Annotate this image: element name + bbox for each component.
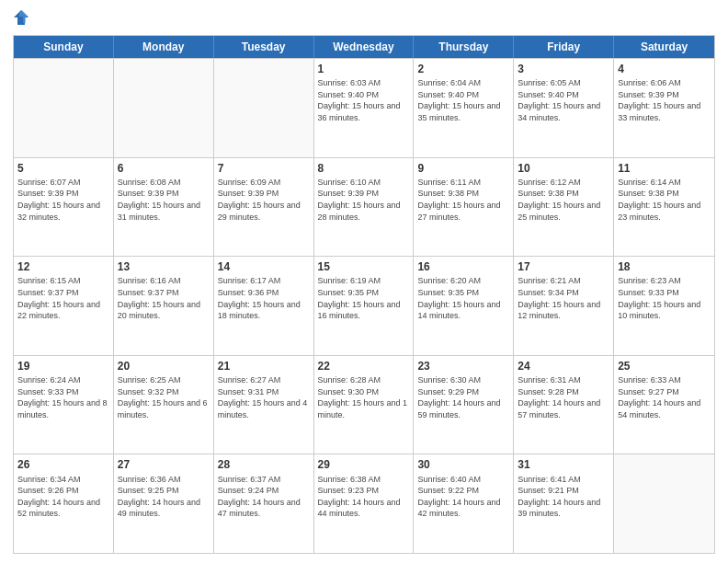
day-number: 1 (318, 62, 410, 76)
calendar-cell: 8Sunrise: 6:10 AM Sunset: 9:39 PM Daylig… (314, 158, 415, 257)
calendar-cell: 19Sunrise: 6:24 AM Sunset: 9:33 PM Dayli… (14, 356, 114, 454)
calendar-cell: 18Sunrise: 6:23 AM Sunset: 9:33 PM Dayli… (614, 257, 714, 355)
calendar-cell: 9Sunrise: 6:11 AM Sunset: 9:38 PM Daylig… (414, 158, 514, 257)
calendar-header-monday: Monday (114, 36, 214, 58)
calendar-cell (214, 59, 314, 157)
calendar-header-row: SundayMondayTuesdayWednesdayThursdayFrid… (14, 36, 714, 58)
page: SundayMondayTuesdayWednesdayThursdayFrid… (0, 0, 728, 563)
calendar-header-saturday: Saturday (614, 36, 714, 58)
day-number: 4 (618, 62, 711, 76)
day-info: Sunrise: 6:10 AM Sunset: 9:39 PM Dayligh… (318, 177, 410, 223)
calendar-header-wednesday: Wednesday (314, 36, 415, 58)
day-number: 12 (17, 259, 109, 274)
day-info: Sunrise: 6:16 AM Sunset: 9:37 PM Dayligh… (118, 275, 210, 321)
logo (13, 9, 31, 29)
calendar-header-friday: Friday (514, 36, 614, 58)
day-info: Sunrise: 6:20 AM Sunset: 9:35 PM Dayligh… (417, 275, 509, 321)
day-number: 19 (17, 359, 109, 373)
calendar-cell: 28Sunrise: 6:37 AM Sunset: 9:24 PM Dayli… (214, 454, 314, 553)
calendar-cell: 20Sunrise: 6:25 AM Sunset: 9:32 PM Dayli… (114, 356, 214, 454)
day-number: 29 (318, 457, 410, 472)
day-info: Sunrise: 6:25 AM Sunset: 9:32 PM Dayligh… (118, 374, 210, 420)
day-info: Sunrise: 6:33 AM Sunset: 9:27 PM Dayligh… (618, 374, 711, 420)
day-number: 16 (417, 259, 509, 274)
day-info: Sunrise: 6:19 AM Sunset: 9:35 PM Dayligh… (318, 275, 410, 321)
day-info: Sunrise: 6:09 AM Sunset: 9:39 PM Dayligh… (218, 177, 310, 223)
calendar-cell: 30Sunrise: 6:40 AM Sunset: 9:22 PM Dayli… (414, 454, 514, 553)
calendar-cell: 25Sunrise: 6:33 AM Sunset: 9:27 PM Dayli… (614, 356, 714, 454)
calendar-cell (614, 454, 714, 553)
calendar-cell: 4Sunrise: 6:06 AM Sunset: 9:39 PM Daylig… (614, 59, 714, 157)
day-info: Sunrise: 6:24 AM Sunset: 9:33 PM Dayligh… (17, 374, 109, 420)
day-number: 2 (417, 62, 509, 76)
calendar-cell: 14Sunrise: 6:17 AM Sunset: 9:36 PM Dayli… (214, 257, 314, 355)
calendar-cell: 2Sunrise: 6:04 AM Sunset: 9:40 PM Daylig… (414, 59, 514, 157)
calendar-cell: 16Sunrise: 6:20 AM Sunset: 9:35 PM Dayli… (414, 257, 514, 355)
day-info: Sunrise: 6:30 AM Sunset: 9:29 PM Dayligh… (417, 374, 509, 420)
day-number: 5 (17, 161, 109, 176)
calendar-header-sunday: Sunday (14, 36, 114, 58)
day-number: 24 (518, 359, 609, 373)
day-number: 9 (417, 161, 509, 176)
day-info: Sunrise: 6:34 AM Sunset: 9:26 PM Dayligh… (17, 474, 109, 520)
calendar-cell: 3Sunrise: 6:05 AM Sunset: 9:40 PM Daylig… (514, 59, 614, 157)
calendar-week-5: 26Sunrise: 6:34 AM Sunset: 9:26 PM Dayli… (14, 454, 714, 553)
day-info: Sunrise: 6:12 AM Sunset: 9:38 PM Dayligh… (518, 177, 609, 223)
day-info: Sunrise: 6:23 AM Sunset: 9:33 PM Dayligh… (618, 275, 711, 321)
calendar-cell: 12Sunrise: 6:15 AM Sunset: 9:37 PM Dayli… (14, 257, 114, 355)
day-number: 27 (118, 457, 210, 472)
calendar-cell: 1Sunrise: 6:03 AM Sunset: 9:40 PM Daylig… (314, 59, 415, 157)
calendar-week-1: 1Sunrise: 6:03 AM Sunset: 9:40 PM Daylig… (14, 58, 714, 157)
calendar-cell: 17Sunrise: 6:21 AM Sunset: 9:34 PM Dayli… (514, 257, 614, 355)
logo-icon (13, 9, 29, 26)
calendar-body: 1Sunrise: 6:03 AM Sunset: 9:40 PM Daylig… (14, 58, 714, 553)
day-info: Sunrise: 6:08 AM Sunset: 9:39 PM Dayligh… (118, 177, 210, 223)
day-number: 10 (518, 161, 609, 176)
day-info: Sunrise: 6:38 AM Sunset: 9:23 PM Dayligh… (318, 474, 410, 520)
calendar-cell: 31Sunrise: 6:41 AM Sunset: 9:21 PM Dayli… (514, 454, 614, 553)
day-info: Sunrise: 6:17 AM Sunset: 9:36 PM Dayligh… (218, 275, 310, 321)
calendar-cell: 23Sunrise: 6:30 AM Sunset: 9:29 PM Dayli… (414, 356, 514, 454)
day-info: Sunrise: 6:03 AM Sunset: 9:40 PM Dayligh… (318, 77, 410, 123)
day-number: 7 (218, 161, 310, 176)
day-info: Sunrise: 6:27 AM Sunset: 9:31 PM Dayligh… (218, 374, 310, 420)
day-number: 31 (518, 457, 609, 472)
day-number: 18 (618, 259, 711, 274)
day-info: Sunrise: 6:15 AM Sunset: 9:37 PM Dayligh… (17, 275, 109, 321)
calendar-cell: 6Sunrise: 6:08 AM Sunset: 9:39 PM Daylig… (114, 158, 214, 257)
day-number: 17 (518, 259, 609, 274)
day-number: 26 (17, 457, 109, 472)
calendar-cell (14, 59, 114, 157)
day-info: Sunrise: 6:14 AM Sunset: 9:38 PM Dayligh… (618, 177, 711, 223)
day-number: 22 (318, 359, 410, 373)
day-number: 13 (118, 259, 210, 274)
day-number: 3 (518, 62, 609, 76)
day-number: 6 (118, 161, 210, 176)
calendar-cell: 11Sunrise: 6:14 AM Sunset: 9:38 PM Dayli… (614, 158, 714, 257)
day-info: Sunrise: 6:21 AM Sunset: 9:34 PM Dayligh… (518, 275, 609, 321)
day-info: Sunrise: 6:06 AM Sunset: 9:39 PM Dayligh… (618, 77, 711, 123)
calendar-cell: 29Sunrise: 6:38 AM Sunset: 9:23 PM Dayli… (314, 454, 415, 553)
calendar-week-2: 5Sunrise: 6:07 AM Sunset: 9:39 PM Daylig… (14, 157, 714, 257)
calendar-week-3: 12Sunrise: 6:15 AM Sunset: 9:37 PM Dayli… (14, 256, 714, 355)
day-number: 8 (318, 161, 410, 176)
day-number: 28 (218, 457, 310, 472)
calendar-cell: 7Sunrise: 6:09 AM Sunset: 9:39 PM Daylig… (214, 158, 314, 257)
day-number: 30 (417, 457, 509, 472)
calendar-cell: 13Sunrise: 6:16 AM Sunset: 9:37 PM Dayli… (114, 257, 214, 355)
day-number: 21 (218, 359, 310, 373)
day-info: Sunrise: 6:36 AM Sunset: 9:25 PM Dayligh… (118, 474, 210, 520)
calendar-cell: 27Sunrise: 6:36 AM Sunset: 9:25 PM Dayli… (114, 454, 214, 553)
day-info: Sunrise: 6:37 AM Sunset: 9:24 PM Dayligh… (218, 474, 310, 520)
day-number: 25 (618, 359, 711, 373)
calendar-cell: 26Sunrise: 6:34 AM Sunset: 9:26 PM Dayli… (14, 454, 114, 553)
header (13, 9, 715, 29)
day-number: 20 (118, 359, 210, 373)
day-info: Sunrise: 6:04 AM Sunset: 9:40 PM Dayligh… (417, 77, 509, 123)
day-info: Sunrise: 6:41 AM Sunset: 9:21 PM Dayligh… (518, 474, 609, 520)
calendar-header-thursday: Thursday (414, 36, 514, 58)
day-number: 23 (417, 359, 509, 373)
calendar-cell: 5Sunrise: 6:07 AM Sunset: 9:39 PM Daylig… (14, 158, 114, 257)
day-info: Sunrise: 6:11 AM Sunset: 9:38 PM Dayligh… (417, 177, 509, 223)
calendar-cell: 24Sunrise: 6:31 AM Sunset: 9:28 PM Dayli… (514, 356, 614, 454)
